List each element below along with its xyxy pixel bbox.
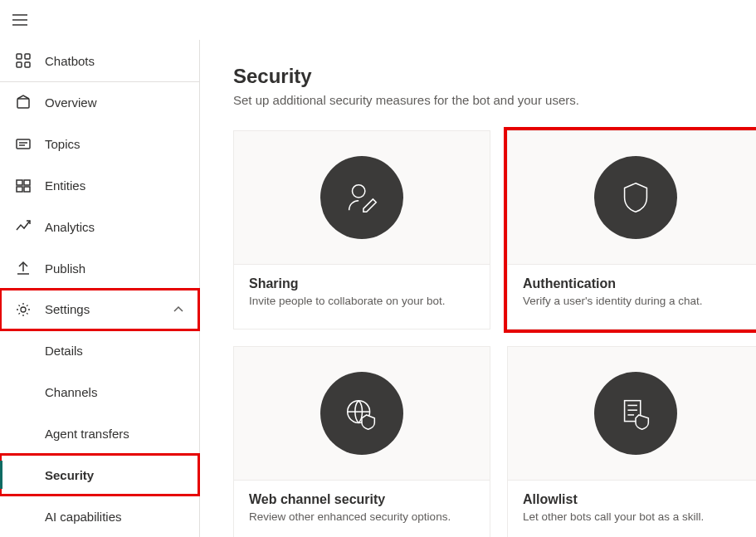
user-edit-icon [320, 156, 403, 239]
cards-grid: Sharing Invite people to collaborate on … [233, 130, 756, 537]
svg-rect-11 [17, 180, 22, 185]
analytics-icon [15, 218, 32, 235]
card-desc: Invite people to collaborate on your bot… [249, 295, 475, 307]
gear-icon [15, 301, 32, 318]
main-content: Security Set up additional security meas… [200, 40, 756, 537]
sidebar: Chatbots Overview Topics Entities [0, 40, 200, 537]
svg-point-18 [353, 185, 365, 198]
sidebar-item-publish[interactable]: Publish [0, 247, 199, 289]
topics-icon [15, 136, 32, 153]
card-allowlist[interactable]: Allowlist Let other bots call your bot a… [507, 346, 756, 537]
svg-rect-3 [17, 54, 22, 59]
card-icon-area [234, 131, 490, 264]
sidebar-item-label: Settings [45, 302, 90, 316]
card-title: Web channel security [249, 492, 475, 507]
card-title: Authentication [523, 276, 749, 291]
sidebar-item-label: Agent transfers [45, 427, 129, 441]
card-icon-area [234, 347, 490, 480]
svg-rect-5 [17, 62, 22, 67]
card-desc: Verify a user's identity during a chat. [523, 295, 749, 307]
card-sharing[interactable]: Sharing Invite people to collaborate on … [233, 130, 490, 330]
sidebar-item-entities[interactable]: Entities [0, 165, 199, 207]
card-desc: Review other enhanced security options. [249, 510, 475, 523]
page-subtitle: Set up additional security measures for … [233, 93, 756, 107]
sidebar-item-label: Analytics [45, 220, 95, 234]
sidebar-item-label: Chatbots [45, 54, 95, 68]
card-icon-area [508, 347, 756, 480]
sidebar-subitem-channels[interactable]: Channels [0, 372, 199, 413]
svg-rect-14 [24, 187, 30, 192]
svg-rect-6 [25, 62, 30, 67]
sidebar-subitem-security[interactable]: Security [0, 454, 199, 496]
home-icon [15, 95, 32, 111]
svg-rect-4 [25, 54, 30, 59]
publish-icon [15, 260, 32, 276]
shield-icon [594, 156, 677, 239]
grid-icon [15, 52, 32, 69]
sidebar-item-chatbots[interactable]: Chatbots [0, 40, 199, 81]
svg-rect-7 [17, 99, 29, 108]
sidebar-subitem-agent-transfers[interactable]: Agent transfers [0, 413, 199, 455]
sidebar-item-label: Topics [45, 137, 80, 151]
svg-rect-12 [24, 180, 30, 185]
list-shield-icon [594, 372, 677, 455]
sidebar-item-label: Details [45, 344, 83, 358]
card-icon-area [508, 131, 756, 264]
card-title: Allowlist [523, 492, 749, 507]
page-title: Security [233, 65, 756, 88]
chevron-up-icon [173, 304, 184, 315]
sidebar-item-label: Overview [45, 95, 97, 110]
entities-icon [15, 178, 32, 194]
sidebar-item-label: Publish [45, 261, 85, 276]
sidebar-subitem-details[interactable]: Details [0, 330, 199, 372]
card-desc: Let other bots call your bot as a skill. [523, 510, 749, 523]
card-title: Sharing [249, 276, 475, 291]
svg-point-17 [21, 307, 26, 312]
card-authentication[interactable]: Authentication Verify a user's identity … [507, 130, 756, 330]
hamburger-menu[interactable] [12, 12, 28, 28]
svg-rect-8 [17, 139, 30, 149]
sidebar-item-label: AI capabilities [45, 510, 122, 524]
sidebar-item-label: Channels [45, 385, 97, 399]
sidebar-item-overview[interactable]: Overview [0, 82, 199, 124]
svg-rect-13 [17, 187, 22, 192]
sidebar-item-label: Entities [45, 178, 85, 193]
sidebar-item-topics[interactable]: Topics [0, 124, 199, 165]
card-web-channel-security[interactable]: Web channel security Review other enhanc… [233, 346, 490, 537]
sidebar-subitem-ai-capabilities[interactable]: AI capabilities [0, 496, 199, 537]
sidebar-item-settings[interactable]: Settings [0, 289, 199, 330]
sidebar-item-label: Security [45, 468, 94, 482]
sidebar-item-analytics[interactable]: Analytics [0, 206, 199, 247]
globe-shield-icon [320, 372, 403, 455]
